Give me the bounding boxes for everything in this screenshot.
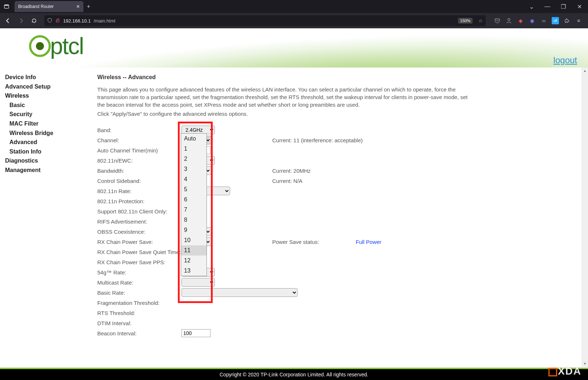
logo-icon [29,35,51,57]
label-rate-54g: 54g™ Rate: [97,269,181,275]
page-description-2: Click "Apply/Save" to configure the adva… [97,110,475,118]
label-auto-timer: Auto Channel Timer(min) [97,147,181,154]
browser-titlebar: Broadband Router ✕ + ⌄ — ❐ ✕ [0,0,588,13]
label-sideband: Control Sideband: [97,178,181,184]
svg-point-4 [508,19,510,21]
label-basic-rate: Basic Rate: [97,290,181,296]
sidebar-item-management[interactable]: Management [5,166,80,175]
svg-rect-1 [4,5,9,6]
label-dtim: DTIM Interval: [97,320,181,326]
label-rate-n: 802.11n Rate: [97,188,181,194]
status-channel: Current: 11 (interference: acceptable) [272,137,363,143]
sidebar-item-advanced-setup[interactable]: Advanced Setup [5,82,80,91]
channel-option[interactable]: 5 [181,184,207,195]
content-area: Wireless -- Advanced This page allows yo… [80,68,588,369]
url-path: /main.html [94,18,115,24]
pocket-icon[interactable] [494,17,501,24]
app-menu-icon[interactable]: ≡ [575,17,582,24]
window-minimize-icon[interactable]: — [544,3,551,10]
label-power-status: Power Save status: [272,239,356,245]
status-bandwidth: Current: 20MHz [272,168,311,174]
status-sideband: Current: N/A [272,178,302,184]
watermark: XDA [548,365,581,377]
channel-option[interactable]: 11 [181,245,207,256]
label-rxchain-pps: RX Chain Power Save PPS: [97,259,181,265]
brand-logo: ptcl [29,33,83,60]
firefox-view-icon[interactable] [0,4,13,9]
channel-option[interactable]: Auto [181,134,207,144]
bookmark-star-icon[interactable]: ☆ [478,18,483,24]
nav-reload-button[interactable] [29,16,39,26]
browser-tab[interactable]: Broadband Router ✕ [15,1,83,12]
label-rifs: RIFS Advertisement: [97,218,181,225]
url-bar[interactable]: 192.168.10.1/main.html 150% ☆ [44,15,486,26]
logout-link[interactable]: logout [554,55,577,65]
nav-back-button[interactable] [3,16,13,26]
sidebar: Device Info Advanced Setup Wireless Basi… [0,68,80,369]
label-band: Band: [97,127,181,133]
scroll-up-icon[interactable]: ▴ [581,68,588,74]
value-power-status: Full Power [356,239,381,245]
channel-option[interactable]: 12 [181,256,207,266]
label-protection: 802.11n Protection: [97,198,181,204]
channel-option[interactable]: 7 [181,205,207,215]
select-basic-rate[interactable] [181,288,298,297]
sidebar-item-security[interactable]: Security [5,110,80,119]
url-host: 192.168.10.1 [63,18,91,24]
account-icon[interactable] [505,17,513,24]
sidebar-item-wireless[interactable]: Wireless [5,91,80,101]
nav-forward-button [16,16,26,26]
label-client-only: Support 802.11n Client Only: [97,208,181,214]
page-scrollbar[interactable]: ▴ ▾ [581,68,588,367]
tab-close-icon[interactable]: ✕ [76,4,80,9]
channel-option[interactable]: 4 [181,174,207,184]
sidebar-item-device-info[interactable]: Device Info [5,73,80,82]
channel-option[interactable]: 8 [181,215,207,225]
page-banner: ptcl logout [0,28,588,68]
window-restore-icon[interactable]: ❐ [560,3,567,10]
channel-option[interactable]: 10 [181,235,207,245]
label-rxchain-quiet: RX Chain Power Save Quiet Time: [97,249,181,255]
label-rts: RTS Threshold: [97,310,181,316]
input-beacon[interactable] [181,329,211,337]
sidebar-item-basic[interactable]: Basic [5,101,80,110]
browser-navbar: 192.168.10.1/main.html 150% ☆ ◆ ◉ ∞ off … [0,13,588,28]
label-channel: Channel: [97,137,181,143]
tabs-dropdown-icon[interactable]: ⌄ [528,3,535,10]
label-multicast: Multicast Rate: [97,279,181,286]
select-multicast[interactable] [181,278,215,287]
footer-text: Copyright © 2020 TP-Link Corporation Lim… [220,370,368,379]
new-tab-button[interactable]: + [83,3,94,10]
sidebar-item-mac-filter[interactable]: MAC Filter [5,119,80,128]
channel-option[interactable]: 3 [181,164,207,174]
ext-icon-1[interactable]: ◆ [517,17,524,24]
lock-insecure-icon[interactable] [55,18,60,24]
channel-option[interactable]: 13 [181,266,207,276]
ext-icon-3[interactable]: ∞ [540,17,547,24]
page-footer: Copyright © 2020 TP-Link Corporation Lim… [0,369,588,380]
label-frag: Fragmentation Threshold: [97,300,181,306]
sidebar-item-diagnostics[interactable]: Diagnostics [5,156,80,166]
zoom-badge[interactable]: 150% [458,18,473,24]
page-title: Wireless -- Advanced [97,74,577,81]
channel-option[interactable]: 2 [181,154,207,164]
channel-option[interactable]: 1 [181,144,207,154]
extensions-icon[interactable] [563,17,571,24]
label-rxchain: RX Chain Power Save: [97,239,181,245]
shield-icon[interactable] [47,18,52,24]
label-beacon: Beacon Interval: [97,330,181,336]
brand-name: ptcl [50,33,83,60]
label-bandwidth: Bandwidth: [97,168,181,174]
channel-option[interactable]: 9 [181,225,207,235]
channel-option[interactable]: 6 [181,195,207,205]
channel-dropdown-list[interactable]: Auto12345678910111213 [181,133,207,276]
scroll-down-icon[interactable]: ▾ [581,360,588,367]
sidebar-item-advanced[interactable]: Advanced [5,138,80,147]
sidebar-item-station-info[interactable]: Station Info [5,147,80,156]
sidebar-item-wireless-bridge[interactable]: Wireless Bridge [5,128,80,138]
window-close-icon[interactable]: ✕ [576,3,583,10]
tab-title: Broadband Router [18,4,54,9]
label-ewc: 802.11n/EWC: [97,158,181,164]
ext-icon-2[interactable]: ◉ [528,17,536,24]
ext-icon-4[interactable]: off [552,17,559,24]
